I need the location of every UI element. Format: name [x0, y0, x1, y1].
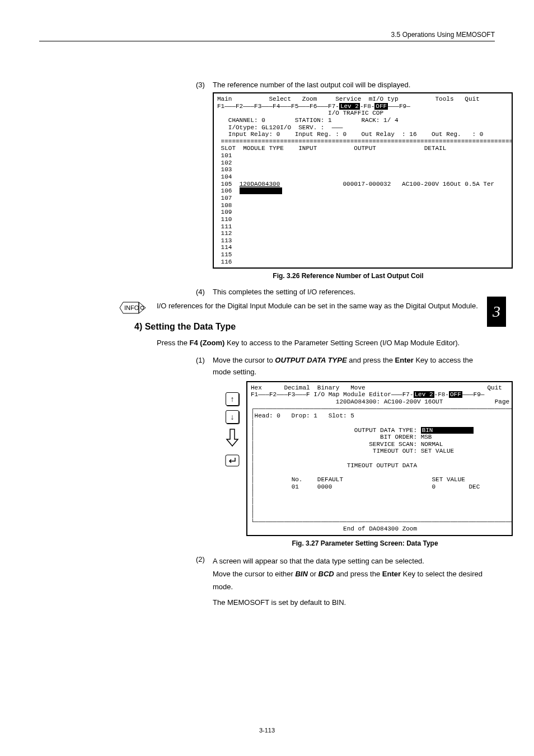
step-1b-text: Move the cursor to OUTPUT DATA TYPE and …: [213, 355, 484, 377]
step-3-num: (3): [196, 81, 213, 89]
chapter-tab: 3: [487, 297, 506, 327]
down-arrow-key-icon: ↓: [226, 410, 239, 424]
step-2b-num: (2): [196, 555, 213, 564]
svg-marker-2: [139, 302, 146, 313]
step-2b-body: A screen will appear so that the data ty…: [213, 555, 484, 609]
step-2b-line2: Move the cursor to either BIN or BCD and…: [213, 568, 484, 594]
step-2b-line1: A screen will appear so that the data ty…: [213, 555, 484, 568]
svg-point-3: [140, 306, 144, 309]
page-header: 3.5 Operations Using MEMOSOFT: [39, 31, 495, 41]
step-1b: (1) Move the cursor to OUTPUT DATA TYPE …: [196, 355, 484, 377]
key-icons-column: ↑ ↓: [221, 392, 243, 473]
step-1b-num: (1): [196, 355, 213, 366]
step-3-text: The reference number of the last output …: [213, 81, 410, 89]
figure-3-27: Hex Decimal Binary Move Quit F1———F2———F…: [246, 381, 513, 536]
step-4-text: This completes the setting of I/O refere…: [213, 288, 355, 296]
section-4-heading: 4) Setting the Data Type: [134, 322, 484, 332]
step-2b-line3: The MEMOSOFT is set by default to BIN.: [213, 597, 484, 609]
step-3: (3) The reference number of the last out…: [196, 81, 484, 89]
step-4: (4) This completes the setting of I/O re…: [196, 288, 484, 296]
page-number: 3-113: [0, 727, 534, 734]
step-2b: (2) A screen will appear so that the dat…: [196, 555, 484, 609]
info-note-text: I/O references for the Digital Input Mod…: [157, 300, 484, 312]
step-4-num: (4): [196, 288, 213, 296]
svg-text:INFO: INFO: [124, 304, 139, 311]
up-arrow-key-icon: ↑: [226, 392, 239, 406]
figure-3-26-caption: Fig. 3.26 Reference Number of Last Outpu…: [213, 272, 484, 280]
enter-key-icon: [221, 454, 243, 468]
header-section-title: 3.5 Operations Using MEMOSOFT: [39, 31, 495, 39]
figure-3-26: Main Select Zoom Service mI/O typ Tools …: [213, 92, 513, 269]
info-icon: INFO: [118, 300, 149, 315]
section-4-intro: Press the F4 (Zoom) Key to access to the…: [157, 337, 484, 349]
figure-3-27-caption: Fig. 3.27 Parameter Setting Screen: Data…: [246, 539, 484, 547]
flow-arrow-icon: [221, 428, 243, 449]
svg-rect-4: [226, 455, 239, 466]
